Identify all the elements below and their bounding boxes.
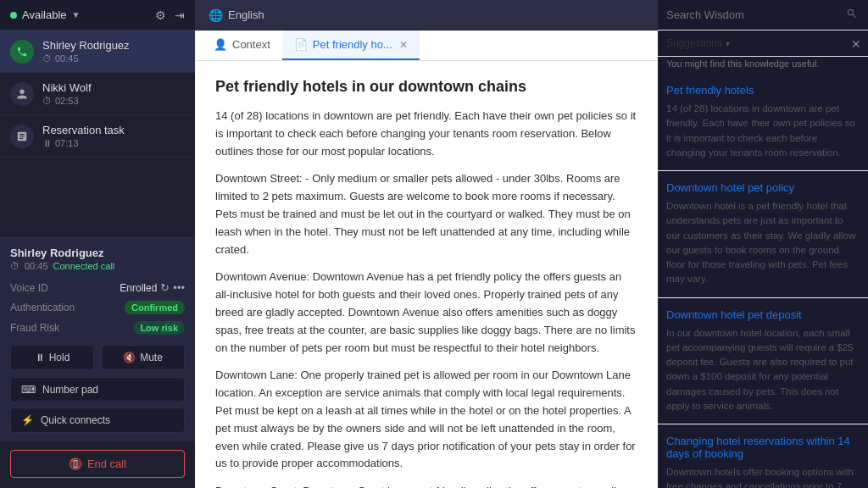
globe-icon: 🌐 bbox=[209, 8, 223, 22]
wisdom-card-title-0[interactable]: Pet friendly hotels bbox=[666, 84, 860, 97]
tabs-bar: 👤 Context 📄 Pet friendly ho... ✕ bbox=[195, 30, 658, 61]
status-selector[interactable]: Available ▼ bbox=[10, 8, 80, 21]
wisdom-card-pet-deposit: Downtown hotel pet deposit In our downto… bbox=[658, 298, 868, 425]
more-icon[interactable]: ••• bbox=[173, 281, 185, 294]
call-icon-nikki bbox=[10, 82, 34, 106]
mute-icon: 🔇 bbox=[123, 352, 136, 363]
article-title: Pet friendly hotels in our downtown chai… bbox=[215, 78, 637, 96]
end-call-icon: 📵 bbox=[69, 458, 82, 470]
voice-id-actions: Enrolled ↻ ••• bbox=[120, 281, 185, 294]
call-info-nikki: Nikki Wolf ⏱ 02:53 bbox=[42, 81, 185, 106]
call-icon-shirley bbox=[10, 40, 34, 64]
call-info-reservation: Reservation task ⏸ 07:13 bbox=[42, 124, 185, 148]
active-caller-name: Shirley Rodriguez bbox=[10, 247, 185, 259]
wisdom-search-input[interactable] bbox=[666, 8, 839, 21]
mute-button[interactable]: 🔇 Mute bbox=[101, 345, 185, 370]
wisdom-card-downtown-pet-policy: Downtown hotel pet policy Downtown hotel… bbox=[658, 171, 868, 298]
active-call-timer-icon: ⏱ bbox=[10, 261, 19, 271]
hold-icon: ⏸ bbox=[35, 352, 45, 363]
context-tab-label: Context bbox=[232, 38, 270, 51]
quick-connects-icon: ⚡ bbox=[21, 414, 34, 426]
sidebar-header: Available ▼ ⚙ ⇥ bbox=[0, 0, 195, 30]
settings-icon[interactable]: ⚙ bbox=[155, 8, 166, 22]
pet-friendly-tab-icon: 📄 bbox=[294, 38, 308, 51]
hold-button[interactable]: ⏸ Hold bbox=[10, 345, 94, 370]
call-icon-reservation bbox=[10, 125, 34, 148]
authentication-badge: Confirmed bbox=[125, 301, 185, 314]
timer-icon-shirley: ⏱ bbox=[42, 53, 52, 64]
article-para-2: Downtown Avenue: Downtown Avenue has a p… bbox=[215, 269, 637, 357]
suggestions-label: Suggestions bbox=[666, 37, 722, 49]
authentication-row: Authentication Confirmed bbox=[10, 297, 185, 318]
sidebar-header-actions: ⚙ ⇥ bbox=[155, 8, 185, 22]
voice-id-value: Enrolled bbox=[120, 282, 157, 294]
authentication-label: Authentication bbox=[10, 302, 75, 313]
wisdom-close-button[interactable]: ✕ bbox=[851, 37, 861, 51]
call-item-shirley[interactable]: Shirley Rodriguez ⏱ 00:45 bbox=[0, 30, 195, 73]
language-label: English bbox=[228, 8, 264, 21]
wisdom-card-pet-friendly-hotels: Pet friendly hotels 14 (of 28) locations… bbox=[658, 74, 868, 171]
wisdom-card-body-1: Downtown hotel is a pet friendly hotel t… bbox=[666, 199, 860, 287]
wisdom-card-body-3: Downtown hotels offer booking options wi… bbox=[666, 465, 860, 488]
number-pad-button[interactable]: ⌨ Number pad bbox=[10, 377, 185, 402]
logout-icon[interactable]: ⇥ bbox=[175, 8, 185, 22]
refresh-icon[interactable]: ↻ bbox=[160, 281, 170, 294]
article-para-1: Downtown Street: - Only medium or smalle… bbox=[215, 170, 637, 258]
article-area: Pet friendly hotels in our downtown chai… bbox=[195, 61, 658, 488]
article-para-3: Downtown Lane: One properly trained pet … bbox=[215, 367, 637, 473]
quick-connects-button[interactable]: ⚡ Quick connects bbox=[10, 408, 185, 433]
suggestions-sub: You might find this knowledge useful. bbox=[658, 57, 868, 74]
active-call-panel: Shirley Rodriguez ⏱ 00:45 Connected call… bbox=[0, 237, 195, 441]
wisdom-card-title-3[interactable]: Changing hotel reservations within 14 da… bbox=[666, 435, 860, 460]
sidebar: Available ▼ ⚙ ⇥ Shirley Rodriguez ⏱ 00:4… bbox=[0, 0, 195, 488]
active-call-time: 00:45 bbox=[25, 261, 48, 271]
call-item-nikki[interactable]: Nikki Wolf ⏱ 02:53 bbox=[0, 73, 195, 115]
article-para-0: 14 (of 28) locations in downtown are pet… bbox=[215, 108, 637, 160]
main-content: 🌐 English 👤 Context 📄 Pet friendly ho...… bbox=[195, 0, 658, 488]
wisdom-results: Pet friendly hotels 14 (of 28) locations… bbox=[658, 74, 868, 488]
article-body: 14 (of 28) locations in downtown are pet… bbox=[215, 108, 637, 488]
call-time-reservation: ⏸ 07:13 bbox=[42, 138, 185, 148]
status-dropdown-icon: ▼ bbox=[72, 10, 81, 19]
wisdom-card-changing-reservations: Changing hotel reservations within 14 da… bbox=[658, 424, 868, 488]
wisdom-card-title-1[interactable]: Downtown hotel pet policy bbox=[666, 181, 860, 194]
call-actions: ⏸ Hold 🔇 Mute bbox=[10, 345, 185, 370]
active-call-meta: ⏱ 00:45 Connected call bbox=[10, 261, 185, 271]
call-time-shirley: ⏱ 00:45 bbox=[42, 53, 185, 64]
call-info-shirley: Shirley Rodriguez ⏱ 00:45 bbox=[42, 39, 185, 64]
caller-name-nikki: Nikki Wolf bbox=[42, 81, 185, 94]
voice-id-label: Voice ID bbox=[10, 282, 48, 294]
status-label: Available bbox=[22, 8, 67, 21]
fraud-risk-row: Fraud Risk Low risk bbox=[10, 318, 185, 338]
wisdom-card-body-2: In our downtown hotel location, each sma… bbox=[666, 326, 860, 414]
voice-id-row: Voice ID Enrolled ↻ ••• bbox=[10, 278, 185, 297]
suggestions-header: Suggestions ▾ bbox=[658, 30, 868, 57]
end-call-button[interactable]: 📵 End call bbox=[10, 450, 185, 478]
status-indicator bbox=[10, 12, 17, 19]
pet-friendly-tab-label: Pet friendly ho... bbox=[313, 38, 392, 51]
connected-badge: Connected call bbox=[53, 261, 115, 271]
timer-icon-nikki: ⏱ bbox=[42, 96, 52, 106]
task-name-reservation: Reservation task bbox=[42, 124, 185, 136]
caller-name-shirley: Shirley Rodriguez bbox=[42, 39, 185, 52]
fraud-risk-label: Fraud Risk bbox=[10, 322, 59, 334]
wisdom-search-bar bbox=[658, 0, 868, 30]
language-selector[interactable]: 🌐 English bbox=[209, 8, 264, 22]
suggestions-arrow-icon: ▾ bbox=[726, 39, 730, 48]
tab-pet-friendly[interactable]: 📄 Pet friendly ho... ✕ bbox=[282, 30, 420, 60]
tab-context[interactable]: 👤 Context bbox=[202, 30, 282, 60]
pause-icon-reservation: ⏸ bbox=[42, 138, 52, 148]
number-pad-icon: ⌨ bbox=[21, 384, 36, 396]
tab-close-pet-friendly[interactable]: ✕ bbox=[399, 39, 408, 51]
extra-buttons: ⌨ Number pad ⚡ Quick connects bbox=[10, 377, 185, 433]
fraud-risk-badge: Low risk bbox=[133, 321, 185, 335]
wisdom-card-body-0: 14 (of 28) locations in downtown are pet… bbox=[666, 102, 860, 160]
article-para-4: Downtown Court: Downtown Court has a pet… bbox=[215, 483, 637, 488]
wisdom-card-title-2[interactable]: Downtown hotel pet deposit bbox=[666, 308, 860, 321]
call-time-nikki: ⏱ 02:53 bbox=[42, 96, 185, 106]
wisdom-search-button[interactable] bbox=[844, 6, 860, 24]
wisdom-panel: Suggestions ▾ You might find this knowle… bbox=[658, 0, 868, 488]
call-item-reservation[interactable]: Reservation task ⏸ 07:13 bbox=[0, 115, 195, 158]
call-list: Shirley Rodriguez ⏱ 00:45 Nikki Wolf ⏱ 0… bbox=[0, 30, 195, 237]
context-tab-icon: 👤 bbox=[214, 38, 227, 51]
